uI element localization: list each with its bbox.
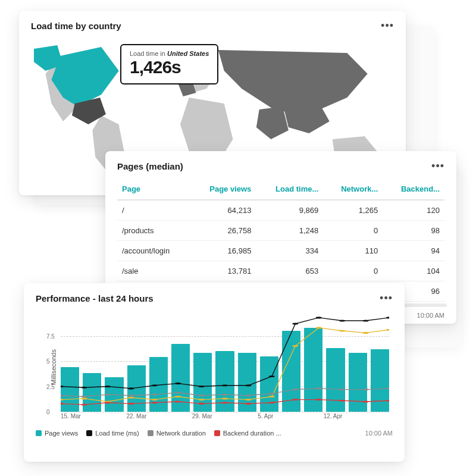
svg-point-28 [363, 332, 369, 334]
svg-point-42 [339, 400, 345, 402]
svg-point-32 [105, 402, 111, 403]
col-pageviews[interactable]: Page views [190, 178, 256, 200]
chart-footer-time: 10:00 AM [365, 430, 393, 437]
svg-point-15 [61, 399, 64, 400]
svg-point-49 [152, 394, 158, 396]
svg-point-48 [128, 394, 134, 396]
svg-point-53 [245, 394, 251, 396]
svg-point-22 [222, 397, 228, 399]
chart-legend: Page views Load time (ms) Network durati… [36, 430, 393, 437]
svg-point-18 [128, 397, 134, 399]
svg-point-39 [269, 402, 275, 403]
svg-point-4 [152, 384, 158, 386]
svg-point-1 [81, 387, 87, 389]
table-row[interactable]: /products26,7581,248098 [117, 221, 444, 241]
svg-point-26 [316, 327, 322, 328]
svg-point-59 [386, 387, 389, 389]
svg-point-11 [316, 317, 322, 318]
svg-point-31 [81, 404, 87, 406]
table-row[interactable]: /account/login16,98533411094 [117, 241, 444, 261]
legend-pageviews: Page views [36, 430, 78, 437]
legend-network: Network duration [148, 430, 206, 437]
svg-point-50 [175, 392, 181, 393]
svg-point-21 [199, 399, 205, 400]
table-row[interactable]: /64,2139,8691,265120 [117, 200, 444, 221]
tooltip-value: 1,426s [130, 57, 209, 77]
table-row[interactable]: /sale13,7816530104 [117, 261, 444, 281]
svg-point-35 [175, 400, 181, 402]
svg-point-25 [292, 345, 298, 347]
table-card-title: Pages (median) [117, 161, 183, 171]
tooltip-label: Load time in United States [130, 50, 209, 57]
svg-point-47 [105, 394, 111, 396]
map-tooltip: Load time in United States 1,426s [120, 44, 218, 84]
table-footer-time: 10:00 AM [417, 312, 444, 319]
more-icon[interactable]: ••• [380, 293, 393, 303]
svg-point-41 [316, 399, 322, 400]
svg-point-45 [61, 394, 64, 396]
svg-point-23 [245, 399, 251, 400]
svg-point-40 [292, 399, 298, 400]
svg-point-38 [245, 403, 251, 405]
svg-point-5 [175, 383, 181, 384]
svg-point-37 [222, 402, 228, 403]
chart-plot-area[interactable]: Milliseconds 02.557.5 15. Mar22. Mar29. … [36, 311, 393, 424]
svg-point-43 [363, 400, 369, 402]
svg-point-34 [152, 402, 158, 403]
map-card-title: Load time by country [31, 21, 121, 31]
chart-ylabel: Milliseconds [50, 349, 57, 385]
col-page[interactable]: Page [117, 178, 190, 200]
svg-point-13 [363, 320, 369, 321]
svg-point-3 [128, 387, 134, 389]
svg-point-44 [386, 400, 389, 402]
col-backend[interactable]: Backend... [383, 178, 444, 200]
svg-point-19 [152, 399, 158, 400]
svg-point-24 [269, 396, 275, 397]
svg-point-52 [222, 394, 228, 396]
svg-point-20 [175, 396, 181, 397]
svg-point-27 [339, 330, 345, 331]
svg-point-56 [316, 387, 322, 389]
svg-point-46 [81, 396, 87, 397]
svg-point-36 [199, 403, 205, 405]
svg-point-0 [61, 386, 64, 387]
svg-point-2 [105, 386, 111, 387]
svg-point-12 [339, 320, 345, 321]
svg-point-54 [269, 393, 275, 394]
svg-point-7 [222, 384, 228, 386]
more-icon[interactable]: ••• [431, 161, 444, 171]
svg-point-58 [363, 389, 369, 390]
col-loadtime[interactable]: Load time... [256, 178, 323, 200]
svg-point-51 [199, 394, 205, 396]
performance-chart-card: Performance - last 24 hours ••• Millisec… [24, 283, 405, 462]
svg-point-33 [128, 403, 134, 405]
col-network[interactable]: Network... [323, 178, 383, 200]
svg-point-30 [61, 403, 64, 405]
legend-loadtime: Load time (ms) [86, 430, 139, 437]
chart-card-title: Performance - last 24 hours [36, 293, 154, 303]
svg-point-16 [81, 397, 87, 399]
svg-point-57 [339, 389, 345, 390]
legend-backend: Backend duration ... [214, 430, 281, 437]
svg-point-8 [245, 384, 251, 386]
svg-point-9 [269, 375, 275, 377]
more-icon[interactable]: ••• [381, 20, 394, 31]
svg-point-10 [292, 323, 298, 325]
svg-point-55 [292, 389, 298, 390]
svg-point-6 [199, 386, 205, 387]
